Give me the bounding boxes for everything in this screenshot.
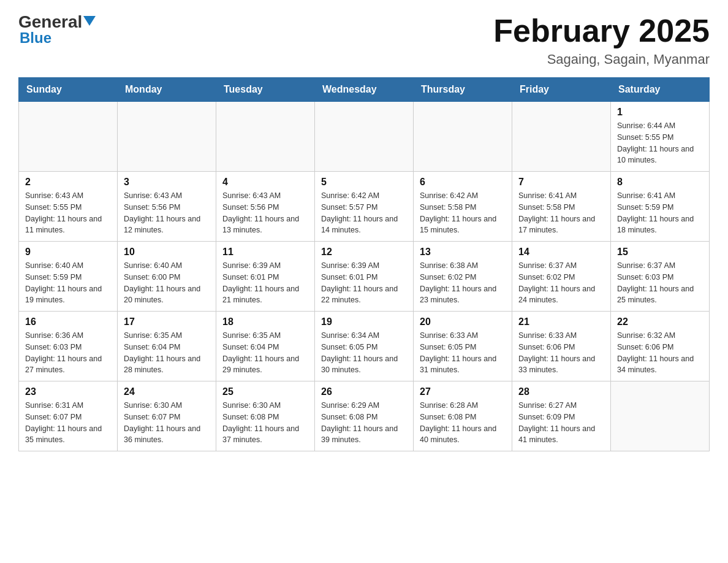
day-number: 26 [321,386,407,397]
calendar-cell: 26Sunrise: 6:29 AMSunset: 6:08 PMDayligh… [315,381,414,451]
day-number: 24 [124,386,210,397]
calendar-cell: 20Sunrise: 6:33 AMSunset: 6:05 PMDayligh… [414,312,512,381]
day-info: Sunrise: 6:28 AMSunset: 6:08 PMDaylight:… [420,400,506,446]
calendar-cell [315,102,414,172]
day-of-week-header: Wednesday [315,78,414,102]
day-info: Sunrise: 6:40 AMSunset: 6:00 PMDaylight:… [124,260,210,306]
calendar-cell: 23Sunrise: 6:31 AMSunset: 6:07 PMDayligh… [19,381,118,451]
day-number: 15 [617,247,703,258]
day-number: 11 [222,247,308,258]
day-number: 27 [420,386,506,397]
calendar-week-row: 2Sunrise: 6:43 AMSunset: 5:55 PMDaylight… [19,172,710,242]
calendar-cell: 21Sunrise: 6:33 AMSunset: 6:06 PMDayligh… [512,312,611,381]
calendar-header-row: SundayMondayTuesdayWednesdayThursdayFrid… [19,78,710,102]
day-number: 1 [617,107,703,118]
calendar-cell: 28Sunrise: 6:27 AMSunset: 6:09 PMDayligh… [512,381,611,451]
day-of-week-header: Saturday [611,78,710,102]
day-info: Sunrise: 6:43 AMSunset: 5:55 PMDaylight:… [25,190,111,236]
day-info: Sunrise: 6:27 AMSunset: 6:09 PMDaylight:… [518,400,604,446]
calendar-cell: 27Sunrise: 6:28 AMSunset: 6:08 PMDayligh… [414,381,512,451]
day-number: 12 [321,247,407,258]
calendar-cell: 10Sunrise: 6:40 AMSunset: 6:00 PMDayligh… [118,242,216,312]
day-info: Sunrise: 6:35 AMSunset: 6:04 PMDaylight:… [222,330,308,376]
day-number: 23 [25,386,111,397]
day-info: Sunrise: 6:30 AMSunset: 6:07 PMDaylight:… [124,400,210,446]
calendar-cell: 3Sunrise: 6:43 AMSunset: 5:56 PMDaylight… [118,172,216,242]
day-info: Sunrise: 6:39 AMSunset: 6:01 PMDaylight:… [321,260,407,306]
calendar-cell: 14Sunrise: 6:37 AMSunset: 6:02 PMDayligh… [512,242,611,312]
day-info: Sunrise: 6:30 AMSunset: 6:08 PMDaylight:… [222,400,308,446]
calendar-cell: 7Sunrise: 6:41 AMSunset: 5:58 PMDaylight… [512,172,611,242]
day-number: 20 [420,316,506,327]
day-number: 3 [124,177,210,188]
calendar-cell: 16Sunrise: 6:36 AMSunset: 6:03 PMDayligh… [19,312,118,381]
day-number: 13 [420,247,506,258]
calendar-cell: 15Sunrise: 6:37 AMSunset: 6:03 PMDayligh… [611,242,710,312]
calendar-week-row: 16Sunrise: 6:36 AMSunset: 6:03 PMDayligh… [19,312,710,381]
day-info: Sunrise: 6:42 AMSunset: 5:57 PMDaylight:… [321,190,407,236]
day-info: Sunrise: 6:41 AMSunset: 5:58 PMDaylight:… [518,190,604,236]
day-info: Sunrise: 6:34 AMSunset: 6:05 PMDaylight:… [321,330,407,376]
calendar-cell: 22Sunrise: 6:32 AMSunset: 6:06 PMDayligh… [611,312,710,381]
day-of-week-header: Thursday [414,78,512,102]
title-section: February 2025 Sagaing, Sagain, Myanmar [493,12,710,67]
day-number: 17 [124,316,210,327]
calendar-cell: 2Sunrise: 6:43 AMSunset: 5:55 PMDaylight… [19,172,118,242]
day-info: Sunrise: 6:35 AMSunset: 6:04 PMDaylight:… [124,330,210,376]
calendar-cell: 13Sunrise: 6:38 AMSunset: 6:02 PMDayligh… [414,242,512,312]
day-of-week-header: Friday [512,78,611,102]
calendar-week-row: 1Sunrise: 6:44 AMSunset: 5:55 PMDaylight… [19,102,710,172]
calendar-cell: 19Sunrise: 6:34 AMSunset: 6:05 PMDayligh… [315,312,414,381]
day-info: Sunrise: 6:41 AMSunset: 5:59 PMDaylight:… [617,190,703,236]
day-number: 16 [25,316,111,327]
day-number: 22 [617,316,703,327]
calendar-cell [512,102,611,172]
month-title: February 2025 [493,12,710,49]
logo-blue-text: Blue [20,29,51,47]
calendar-cell: 4Sunrise: 6:43 AMSunset: 5:56 PMDaylight… [216,172,315,242]
calendar-cell: 9Sunrise: 6:40 AMSunset: 5:59 PMDaylight… [19,242,118,312]
calendar-cell [414,102,512,172]
day-number: 10 [124,247,210,258]
day-info: Sunrise: 6:31 AMSunset: 6:07 PMDaylight:… [25,400,111,446]
day-of-week-header: Sunday [19,78,118,102]
calendar-cell [19,102,118,172]
day-number: 8 [617,177,703,188]
day-number: 18 [222,316,308,327]
day-info: Sunrise: 6:44 AMSunset: 5:55 PMDaylight:… [617,120,703,166]
calendar-cell [611,381,710,451]
day-info: Sunrise: 6:43 AMSunset: 5:56 PMDaylight:… [124,190,210,236]
day-number: 6 [420,177,506,188]
day-number: 14 [518,247,604,258]
calendar-cell: 6Sunrise: 6:42 AMSunset: 5:58 PMDaylight… [414,172,512,242]
day-number: 21 [518,316,604,327]
day-info: Sunrise: 6:32 AMSunset: 6:06 PMDaylight:… [617,330,703,376]
day-number: 2 [25,177,111,188]
day-info: Sunrise: 6:33 AMSunset: 6:05 PMDaylight:… [420,330,506,376]
day-number: 19 [321,316,407,327]
day-of-week-header: Monday [118,78,216,102]
page-header: General Blue February 2025 Sagaing, Saga… [18,12,710,67]
day-info: Sunrise: 6:29 AMSunset: 6:08 PMDaylight:… [321,400,407,446]
calendar-cell: 17Sunrise: 6:35 AMSunset: 6:04 PMDayligh… [118,312,216,381]
calendar-cell: 1Sunrise: 6:44 AMSunset: 5:55 PMDaylight… [611,102,710,172]
day-number: 25 [222,386,308,397]
day-info: Sunrise: 6:39 AMSunset: 6:01 PMDaylight:… [222,260,308,306]
calendar-cell: 25Sunrise: 6:30 AMSunset: 6:08 PMDayligh… [216,381,315,451]
day-info: Sunrise: 6:42 AMSunset: 5:58 PMDaylight:… [420,190,506,236]
calendar-cell: 8Sunrise: 6:41 AMSunset: 5:59 PMDaylight… [611,172,710,242]
day-info: Sunrise: 6:36 AMSunset: 6:03 PMDaylight:… [25,330,111,376]
day-of-week-header: Tuesday [216,78,315,102]
day-number: 28 [518,386,604,397]
calendar-week-row: 23Sunrise: 6:31 AMSunset: 6:07 PMDayligh… [19,381,710,451]
day-info: Sunrise: 6:37 AMSunset: 6:02 PMDaylight:… [518,260,604,306]
calendar-cell [216,102,315,172]
day-info: Sunrise: 6:38 AMSunset: 6:02 PMDaylight:… [420,260,506,306]
day-info: Sunrise: 6:33 AMSunset: 6:06 PMDaylight:… [518,330,604,376]
calendar-table: SundayMondayTuesdayWednesdayThursdayFrid… [18,77,710,451]
calendar-cell: 12Sunrise: 6:39 AMSunset: 6:01 PMDayligh… [315,242,414,312]
day-number: 4 [222,177,308,188]
day-info: Sunrise: 6:40 AMSunset: 5:59 PMDaylight:… [25,260,111,306]
day-info: Sunrise: 6:43 AMSunset: 5:56 PMDaylight:… [222,190,308,236]
logo: General Blue [18,12,96,47]
